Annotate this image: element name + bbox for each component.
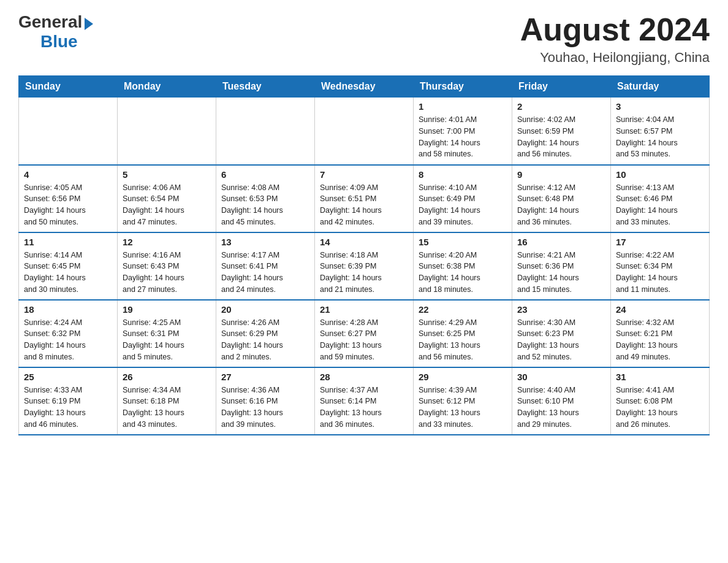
calendar-week-row: 25Sunrise: 4:33 AMSunset: 6:19 PMDayligh… <box>19 367 710 435</box>
day-info: Sunrise: 4:40 AMSunset: 6:10 PMDaylight:… <box>517 385 605 431</box>
calendar-cell: 11Sunrise: 4:14 AMSunset: 6:45 PMDayligh… <box>19 232 118 300</box>
day-header-thursday: Thursday <box>414 76 512 98</box>
day-number: 19 <box>123 304 211 315</box>
calendar-cell: 4Sunrise: 4:05 AMSunset: 6:56 PMDaylight… <box>19 165 118 232</box>
day-number: 23 <box>517 304 605 315</box>
day-info: Sunrise: 4:10 AMSunset: 6:49 PMDaylight:… <box>419 182 507 228</box>
calendar-cell: 20Sunrise: 4:26 AMSunset: 6:29 PMDayligh… <box>216 300 315 367</box>
calendar-cell <box>118 98 216 165</box>
day-info: Sunrise: 4:36 AMSunset: 6:16 PMDaylight:… <box>221 385 309 431</box>
calendar-cell: 19Sunrise: 4:25 AMSunset: 6:31 PMDayligh… <box>118 300 216 367</box>
day-number: 12 <box>123 237 211 247</box>
day-info: Sunrise: 4:20 AMSunset: 6:38 PMDaylight:… <box>419 250 507 296</box>
day-info: Sunrise: 4:18 AMSunset: 6:39 PMDaylight:… <box>320 250 408 296</box>
day-number: 22 <box>419 304 507 315</box>
day-number: 20 <box>221 304 309 315</box>
calendar-cell: 27Sunrise: 4:36 AMSunset: 6:16 PMDayligh… <box>216 367 315 435</box>
page-header: General Blue August 2024 Youhao, Heilong… <box>18 12 710 66</box>
calendar-cell: 12Sunrise: 4:16 AMSunset: 6:43 PMDayligh… <box>118 232 216 300</box>
day-number: 9 <box>517 169 605 180</box>
day-info: Sunrise: 4:30 AMSunset: 6:23 PMDaylight:… <box>517 317 605 363</box>
day-info: Sunrise: 4:09 AMSunset: 6:51 PMDaylight:… <box>320 182 408 228</box>
day-info: Sunrise: 4:17 AMSunset: 6:41 PMDaylight:… <box>221 250 309 296</box>
day-info: Sunrise: 4:28 AMSunset: 6:27 PMDaylight:… <box>320 317 408 363</box>
day-info: Sunrise: 4:04 AMSunset: 6:57 PMDaylight:… <box>616 114 704 160</box>
day-info: Sunrise: 4:12 AMSunset: 6:48 PMDaylight:… <box>517 182 605 228</box>
calendar-cell: 25Sunrise: 4:33 AMSunset: 6:19 PMDayligh… <box>19 367 118 435</box>
day-header-monday: Monday <box>118 76 216 98</box>
calendar-cell: 31Sunrise: 4:41 AMSunset: 6:08 PMDayligh… <box>611 367 710 435</box>
day-info: Sunrise: 4:02 AMSunset: 6:59 PMDaylight:… <box>517 114 605 160</box>
day-number: 1 <box>419 101 507 112</box>
calendar-cell: 6Sunrise: 4:08 AMSunset: 6:53 PMDaylight… <box>216 165 315 232</box>
calendar-week-row: 1Sunrise: 4:01 AMSunset: 7:00 PMDaylight… <box>19 98 710 165</box>
calendar-cell: 9Sunrise: 4:12 AMSunset: 6:48 PMDaylight… <box>512 165 611 232</box>
calendar-cell: 2Sunrise: 4:02 AMSunset: 6:59 PMDaylight… <box>512 98 611 165</box>
calendar-cell <box>315 98 414 165</box>
calendar-cell <box>216 98 315 165</box>
day-info: Sunrise: 4:06 AMSunset: 6:54 PMDaylight:… <box>123 182 211 228</box>
day-info: Sunrise: 4:34 AMSunset: 6:18 PMDaylight:… <box>123 385 211 431</box>
day-info: Sunrise: 4:13 AMSunset: 6:46 PMDaylight:… <box>616 182 704 228</box>
day-header-wednesday: Wednesday <box>315 76 414 98</box>
day-number: 11 <box>24 237 112 247</box>
day-info: Sunrise: 4:05 AMSunset: 6:56 PMDaylight:… <box>24 182 112 228</box>
day-info: Sunrise: 4:32 AMSunset: 6:21 PMDaylight:… <box>616 317 704 363</box>
calendar-cell: 21Sunrise: 4:28 AMSunset: 6:27 PMDayligh… <box>315 300 414 367</box>
day-info: Sunrise: 4:39 AMSunset: 6:12 PMDaylight:… <box>419 385 507 431</box>
day-number: 8 <box>419 169 507 180</box>
day-info: Sunrise: 4:08 AMSunset: 6:53 PMDaylight:… <box>221 182 309 228</box>
day-number: 15 <box>419 237 507 247</box>
day-info: Sunrise: 4:25 AMSunset: 6:31 PMDaylight:… <box>123 317 211 363</box>
logo: General Blue <box>18 12 93 52</box>
calendar-cell: 18Sunrise: 4:24 AMSunset: 6:32 PMDayligh… <box>19 300 118 367</box>
logo-blue-text: Blue <box>18 32 78 52</box>
day-number: 7 <box>320 169 408 180</box>
day-number: 10 <box>616 169 704 180</box>
calendar-table: SundayMondayTuesdayWednesdayThursdayFrid… <box>18 75 710 435</box>
day-info: Sunrise: 4:37 AMSunset: 6:14 PMDaylight:… <box>320 385 408 431</box>
day-header-tuesday: Tuesday <box>216 76 315 98</box>
day-info: Sunrise: 4:22 AMSunset: 6:34 PMDaylight:… <box>616 250 704 296</box>
day-header-saturday: Saturday <box>611 76 710 98</box>
day-info: Sunrise: 4:14 AMSunset: 6:45 PMDaylight:… <box>24 250 112 296</box>
day-number: 24 <box>616 304 704 315</box>
calendar-cell: 8Sunrise: 4:10 AMSunset: 6:49 PMDaylight… <box>414 165 512 232</box>
day-number: 29 <box>419 372 507 382</box>
calendar-cell: 30Sunrise: 4:40 AMSunset: 6:10 PMDayligh… <box>512 367 611 435</box>
day-number: 14 <box>320 237 408 247</box>
day-number: 30 <box>517 372 605 382</box>
day-number: 3 <box>616 101 704 112</box>
calendar-week-row: 4Sunrise: 4:05 AMSunset: 6:56 PMDaylight… <box>19 165 710 232</box>
title-block: August 2024 Youhao, Heilongjiang, China <box>520 12 710 66</box>
day-info: Sunrise: 4:21 AMSunset: 6:36 PMDaylight:… <box>517 250 605 296</box>
calendar-cell: 13Sunrise: 4:17 AMSunset: 6:41 PMDayligh… <box>216 232 315 300</box>
logo-general-text: General <box>18 12 82 32</box>
calendar-cell: 15Sunrise: 4:20 AMSunset: 6:38 PMDayligh… <box>414 232 512 300</box>
calendar-cell: 24Sunrise: 4:32 AMSunset: 6:21 PMDayligh… <box>611 300 710 367</box>
calendar-cell: 26Sunrise: 4:34 AMSunset: 6:18 PMDayligh… <box>118 367 216 435</box>
calendar-cell: 7Sunrise: 4:09 AMSunset: 6:51 PMDaylight… <box>315 165 414 232</box>
calendar-cell: 23Sunrise: 4:30 AMSunset: 6:23 PMDayligh… <box>512 300 611 367</box>
calendar-cell: 28Sunrise: 4:37 AMSunset: 6:14 PMDayligh… <box>315 367 414 435</box>
calendar-week-row: 18Sunrise: 4:24 AMSunset: 6:32 PMDayligh… <box>19 300 710 367</box>
day-number: 26 <box>123 372 211 382</box>
calendar-header-row: SundayMondayTuesdayWednesdayThursdayFrid… <box>19 76 710 98</box>
day-number: 13 <box>221 237 309 247</box>
calendar-cell: 22Sunrise: 4:29 AMSunset: 6:25 PMDayligh… <box>414 300 512 367</box>
calendar-title: August 2024 <box>520 12 710 47</box>
day-number: 5 <box>123 169 211 180</box>
day-info: Sunrise: 4:16 AMSunset: 6:43 PMDaylight:… <box>123 250 211 296</box>
day-info: Sunrise: 4:41 AMSunset: 6:08 PMDaylight:… <box>616 385 704 431</box>
day-info: Sunrise: 4:29 AMSunset: 6:25 PMDaylight:… <box>419 317 507 363</box>
calendar-cell: 1Sunrise: 4:01 AMSunset: 7:00 PMDaylight… <box>414 98 512 165</box>
calendar-cell: 29Sunrise: 4:39 AMSunset: 6:12 PMDayligh… <box>414 367 512 435</box>
calendar-cell <box>19 98 118 165</box>
day-info: Sunrise: 4:01 AMSunset: 7:00 PMDaylight:… <box>419 114 507 160</box>
logo-triangle-icon <box>85 18 93 30</box>
day-header-friday: Friday <box>512 76 611 98</box>
day-number: 6 <box>221 169 309 180</box>
day-info: Sunrise: 4:33 AMSunset: 6:19 PMDaylight:… <box>24 385 112 431</box>
day-header-sunday: Sunday <box>19 76 118 98</box>
calendar-cell: 10Sunrise: 4:13 AMSunset: 6:46 PMDayligh… <box>611 165 710 232</box>
